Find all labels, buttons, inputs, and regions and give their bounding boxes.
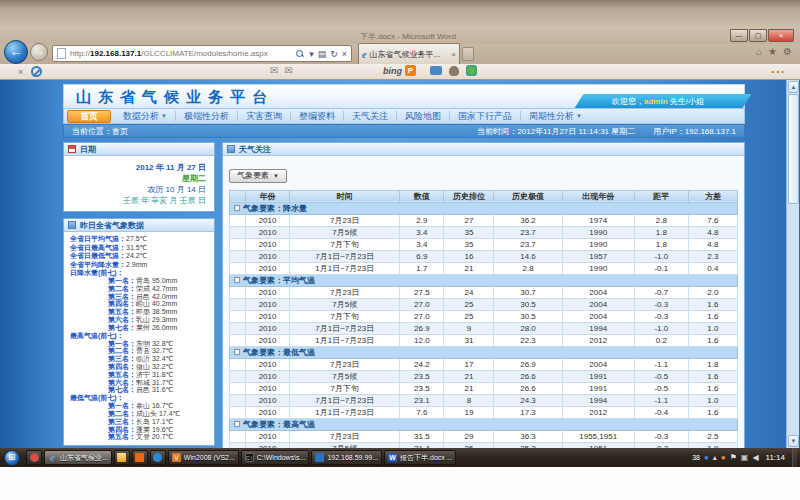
rank-label: 第五名： [108, 308, 136, 315]
mail-icon-2[interactable]: ✉ [284, 65, 292, 76]
stop-icon[interactable]: × [342, 49, 347, 59]
checkbox[interactable] [234, 421, 240, 427]
table-group-row[interactable]: 气象要素：最高气温 [230, 418, 738, 430]
table-cell: 22.3 [494, 334, 562, 346]
nav-item-周期性分析[interactable]: 周期性分析▼ [521, 111, 590, 121]
taskbar-task-media[interactable] [26, 450, 42, 465]
start-button[interactable] [4, 450, 20, 466]
table-group-row[interactable]: 气象要素：平均气温 [230, 274, 738, 286]
table-row[interactable]: 20107月下旬23.52126.61991-0.51.6 [230, 382, 738, 394]
taskbar-task-folder[interactable] [114, 450, 130, 465]
taskbar-task-cmd[interactable]: C:\C:\Windows\s... [241, 450, 310, 465]
mail-icon[interactable]: ✉ [270, 65, 278, 76]
tab-close-icon[interactable]: × [451, 50, 456, 59]
table-group-row[interactable]: 气象要素：最低气温 [230, 346, 738, 358]
table-row[interactable]: 20107月5候23.52126.61991-0.51.6 [230, 370, 738, 382]
table-row[interactable]: 20101月1日~7月23日12.03122.320120.21.6 [230, 334, 738, 346]
taskbar-task-orange-app[interactable] [132, 450, 148, 465]
address-bar[interactable]: http://192.168.137.1/GLCCLIMATE/modules/… [52, 45, 352, 62]
sidebar: 日期 2012 年 11 月 27 日 星期二 农历 10 月 14 日 壬辰 … [63, 142, 215, 448]
paw-icon[interactable] [449, 66, 459, 76]
table-group-row[interactable]: 气象要素：降水量 [230, 202, 738, 214]
taskbar-task-remote[interactable]: 192.168.59.99... [311, 450, 382, 465]
screen: 下半.docx - Microsoft Word — ▢ × ← → http:… [0, 0, 800, 500]
rank-label: 第一名： [108, 277, 136, 284]
tools-gear-icon[interactable]: ⚙ [783, 46, 792, 57]
messenger-icon[interactable] [466, 65, 477, 76]
rank-value: 昌邑 31.6℃ [136, 386, 173, 393]
scroll-down-icon[interactable]: ▼ [788, 435, 799, 447]
table-row[interactable]: 20101月1日~7月23日1.7212.81990-0.10.4 [230, 262, 738, 274]
checkbox[interactable] [234, 277, 240, 283]
forward-button[interactable]: → [30, 43, 48, 61]
table-row[interactable]: 20107月5候27.02530.52004-0.31.6 [230, 298, 738, 310]
show-desktop-button[interactable] [792, 448, 797, 467]
more-options-icon[interactable]: ••• [772, 67, 786, 76]
taskbar-task-blue-app[interactable] [150, 450, 166, 465]
table-row[interactable]: 20107月1日~7月23日6.91614.61957-1.02.3 [230, 250, 738, 262]
display-icon[interactable]: ▣ [741, 453, 749, 463]
scroll-up-icon[interactable]: ▲ [788, 81, 799, 93]
close-sidebar-icon[interactable]: × [18, 67, 23, 77]
calendar-panel: 日期 2012 年 11 月 27 日 星期二 农历 10 月 14 日 壬辰 … [63, 142, 215, 212]
up-chevron-icon[interactable]: ▴ [713, 453, 717, 463]
search-icon[interactable] [296, 50, 304, 58]
table-cell: 12.0 [400, 334, 444, 346]
refresh-icon[interactable]: ↻ [330, 49, 338, 59]
bing-logo[interactable]: bing [383, 66, 402, 76]
nav-item-数据分析[interactable]: 数据分析▼ [115, 111, 176, 121]
table-row[interactable]: 20107月23日27.52430.72004-0.72.0 [230, 286, 738, 298]
table-row[interactable]: 20107月1日~7月23日23.1824.31994-1.11.0 [230, 394, 738, 406]
minimize-button[interactable]: — [730, 29, 748, 42]
remote-icon [315, 453, 324, 462]
element-filter-button[interactable]: 气象要素 ▼ [229, 169, 287, 183]
table-cell: 1990 [562, 226, 634, 238]
back-button[interactable]: ← [4, 40, 28, 64]
taskbar-task-vm[interactable]: VWin2008 (VS2... [168, 450, 239, 465]
table-cell: 1957 [562, 250, 634, 262]
search-dropdown-icon[interactable]: ▾ [309, 49, 314, 59]
page-scrollbar[interactable]: ▲ ▼ [786, 80, 799, 448]
fox-icon[interactable]: ● [721, 453, 726, 463]
taskbar-task-ie[interactable]: e山东省气候业... [44, 450, 112, 465]
checkbox[interactable] [234, 349, 240, 355]
volume-icon[interactable]: ◀ [752, 453, 758, 463]
table-row[interactable]: 20107月23日2.92736.219742.87.6 [230, 214, 738, 226]
globe-icon[interactable]: ● [704, 453, 709, 463]
rank-value: 曹县 32.7℃ [136, 347, 173, 354]
close-button[interactable]: × [768, 29, 794, 42]
table-row[interactable]: 20101月1日~7月23日7.61917.32012-0.41.6 [230, 406, 738, 418]
bing-badge-icon[interactable]: P [405, 65, 416, 76]
table-row[interactable]: 20107月5候3.43523.719901.84.8 [230, 226, 738, 238]
nav-item-极端性分析[interactable]: 极端性分析 [176, 111, 238, 121]
table-row[interactable]: 20107月1日~7月23日26.9928.01994-1.01.0 [230, 322, 738, 334]
table-row[interactable]: 20107月下旬27.02530.52004-0.31.6 [230, 310, 738, 322]
table-row[interactable]: 20107月23日24.21726.92004-1.11.8 [230, 358, 738, 370]
camera-icon[interactable] [430, 66, 442, 75]
nav-item-首页[interactable]: 首页 [67, 110, 111, 123]
nav-item-灾害查询[interactable]: 灾害查询 [238, 111, 291, 121]
block-icon[interactable] [31, 66, 42, 77]
nav-item-国家下行产品[interactable]: 国家下行产品 [450, 111, 521, 121]
rank-section-title: 最低气温(前七)： [70, 394, 212, 402]
table-row[interactable]: 20107月下旬3.43523.719901.84.8 [230, 238, 738, 250]
checkbox[interactable] [234, 205, 240, 211]
scrollbar-thumb[interactable] [788, 94, 799, 204]
taskbar-clock[interactable]: 11:14 [766, 453, 785, 462]
table-row[interactable]: 20107月23日31.52936.31955,1951-0.32.5 [230, 430, 738, 442]
nav-item-风险地图[interactable]: 风险地图 [397, 111, 450, 121]
maximize-button[interactable]: ▢ [749, 29, 767, 42]
new-tab-button[interactable] [462, 47, 474, 61]
table-cell: 2004 [562, 310, 634, 322]
table-cell: 7月23日 [290, 430, 400, 442]
row-checkbox-cell [230, 334, 246, 346]
home-icon[interactable]: ⌂ [756, 46, 762, 57]
compatibility-icon[interactable]: ▤ [318, 49, 327, 59]
taskbar-task-word[interactable]: W报告下半.docx ... [384, 450, 456, 465]
nav-item-天气关注[interactable]: 天气关注 [344, 111, 397, 121]
browser-tab[interactable]: e 山东省气候业务平... × [358, 43, 460, 64]
background-window-strip [0, 0, 800, 28]
favorites-star-icon[interactable]: ★ [768, 46, 777, 57]
flag-icon[interactable]: ⚑ [730, 453, 737, 463]
nav-item-整编资料[interactable]: 整编资料 [291, 111, 344, 121]
